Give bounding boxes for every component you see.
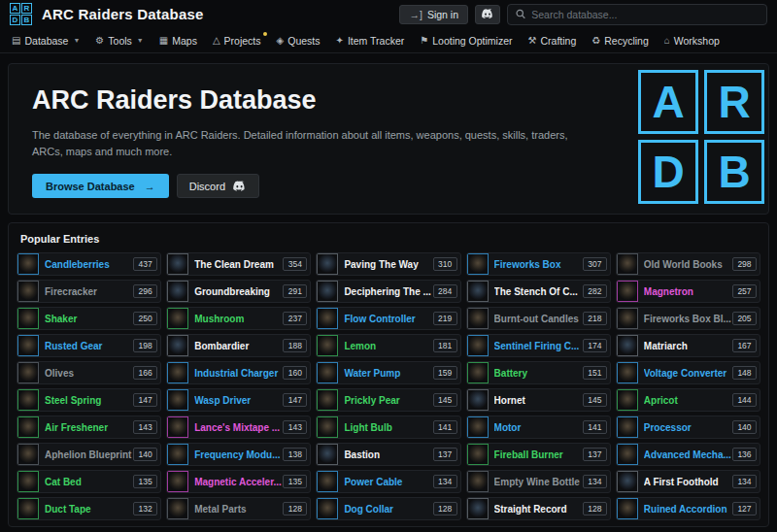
item-name: Voltage Converter — [644, 368, 732, 379]
nav-item-maps[interactable]: ▦Maps — [159, 35, 197, 47]
popular-entry-card[interactable]: Air Freshener143 — [17, 416, 161, 439]
item-count-badge: 188 — [283, 339, 307, 352]
item-count-badge: 166 — [133, 366, 157, 380]
item-count-badge: 284 — [433, 284, 457, 298]
popular-entry-card[interactable]: Magnetic Acceler...135 — [166, 470, 311, 493]
popular-entry-card[interactable]: Empty Wine Bottle134 — [466, 470, 611, 493]
item-count-badge: 136 — [732, 448, 757, 461]
popular-entry-card[interactable]: Groundbreaking291 — [166, 280, 311, 303]
item-count-badge: 437 — [133, 257, 157, 271]
item-count-badge: 134 — [732, 475, 757, 488]
popular-entry-card[interactable]: Dog Collar128 — [316, 497, 460, 520]
item-icon — [167, 308, 188, 329]
popular-entry-card[interactable]: Burnt-out Candles218 — [466, 307, 611, 330]
popular-entry-card[interactable]: Candleberries437 — [17, 252, 161, 276]
nav-item-label: Database — [24, 35, 68, 47]
popular-entry-card[interactable]: Fireball Burner137 — [466, 443, 611, 466]
popular-entry-card[interactable]: Shaker250 — [17, 307, 161, 330]
popular-entry-card[interactable]: Paving The Way310 — [316, 252, 460, 276]
popular-entry-card[interactable]: Sentinel Firing C...174 — [466, 334, 611, 357]
popular-entry-card[interactable]: Firecracker296 — [17, 280, 161, 303]
popular-entry-card[interactable]: Fireworks Box Bl...205 — [616, 307, 760, 330]
nav-item-quests[interactable]: ◈Quests — [277, 35, 321, 47]
item-count-badge: 237 — [283, 312, 307, 325]
nav-item-projects[interactable]: △Projects — [213, 35, 261, 47]
hero-description: The database of everything in ARC Raider… — [32, 127, 576, 160]
popular-entry-card[interactable]: Duct Tape132 — [17, 497, 161, 520]
popular-entry-card[interactable]: Ruined Accordion127 — [616, 497, 760, 520]
popular-entry-card[interactable]: Mushroom237 — [166, 307, 311, 330]
popular-entry-card[interactable]: Fireworks Box307 — [466, 252, 611, 276]
popular-entry-card[interactable]: Wasp Driver147 — [166, 388, 311, 412]
discord-button[interactable]: Discord — [177, 174, 259, 198]
item-icon — [617, 362, 638, 383]
nav-item-crafting[interactable]: ⚒Crafting — [528, 35, 577, 47]
site-logo[interactable]: A R D B — [10, 3, 32, 25]
popular-entry-card[interactable]: Motor141 — [466, 416, 611, 439]
popular-entry-card[interactable]: Prickly Pear145 — [316, 388, 460, 412]
popular-entry-card[interactable]: Rusted Gear198 — [17, 334, 161, 357]
popular-entry-card[interactable]: Voltage Converter148 — [616, 361, 760, 384]
popular-entry-card[interactable]: Lance's Mixtape ...143 — [166, 416, 311, 439]
popular-entry-card[interactable]: Battery151 — [466, 361, 611, 384]
item-name: Rusted Gear — [45, 341, 133, 351]
popular-entry-card[interactable]: Advanced Mecha...136 — [616, 443, 760, 466]
search-bar[interactable] — [507, 4, 767, 25]
nav-item-database[interactable]: ▤Database▼ — [12, 35, 80, 47]
popular-entry-card[interactable]: Metal Parts128 — [166, 497, 311, 520]
item-count-badge: 219 — [433, 312, 457, 325]
sign-in-button[interactable]: →] Sign in — [399, 5, 468, 24]
logo-letter: B — [21, 15, 32, 25]
popular-entry-card[interactable]: Lemon181 — [316, 334, 460, 357]
popular-entry-card[interactable]: Steel Spring147 — [17, 388, 161, 412]
login-icon: →] — [409, 9, 422, 20]
item-name: Empty Wine Bottle — [494, 477, 583, 487]
popular-entry-card[interactable]: Flow Controller219 — [316, 307, 460, 330]
item-name: Fireworks Box Bl... — [644, 314, 732, 324]
popular-entry-card[interactable]: Processor140 — [616, 416, 760, 439]
popular-entry-card[interactable]: Cat Bed135 — [17, 470, 161, 493]
popular-entry-card[interactable]: Frequency Modu...138 — [166, 443, 311, 466]
nav-item-tools[interactable]: ⚙Tools▼ — [95, 35, 143, 47]
database-icon: ▤ — [12, 35, 20, 46]
popular-entry-card[interactable]: Bombardier188 — [166, 334, 311, 357]
item-name: The Stench Of C... — [494, 286, 583, 297]
item-name: Magnetic Acceler... — [194, 477, 283, 487]
popular-entry-card[interactable]: Olives166 — [17, 361, 161, 384]
nav-item-label: Quests — [287, 35, 320, 47]
item-count-badge: 310 — [433, 257, 457, 271]
nav-item-looting-optimizer[interactable]: ⚑Looting Optimizer — [420, 35, 512, 47]
popular-entry-card[interactable]: Apricot144 — [616, 388, 760, 412]
popular-entry-card[interactable]: A First Foothold134 — [616, 470, 760, 493]
popular-entry-card[interactable]: Deciphering The ...284 — [316, 280, 460, 303]
popular-entry-card[interactable]: Light Bulb141 — [316, 416, 460, 439]
item-name: Mushroom — [194, 314, 283, 324]
popular-entry-card[interactable]: The Clean Dream354 — [166, 252, 311, 276]
popular-entry-card[interactable]: Industrial Charger160 — [166, 361, 311, 384]
popular-entry-card[interactable]: Bastion137 — [316, 443, 460, 466]
item-icon — [17, 308, 39, 329]
discord-icon — [232, 181, 247, 192]
popular-entry-card[interactable]: Power Cable134 — [316, 470, 460, 493]
popular-entry-card[interactable]: Magnetron257 — [616, 280, 760, 303]
popular-entry-card[interactable]: Old World Books298 — [616, 252, 760, 276]
popular-entry-card[interactable]: The Stench Of C...282 — [466, 280, 611, 303]
search-input[interactable] — [531, 9, 759, 20]
popular-entry-card[interactable]: Hornet145 — [466, 388, 611, 412]
item-name: Processor — [644, 422, 732, 433]
nav-item-workshop[interactable]: ⌂Workshop — [664, 35, 720, 47]
item-name: Burnt-out Candles — [494, 314, 583, 324]
item-name: Industrial Charger — [194, 368, 283, 379]
popular-entry-card[interactable]: Water Pump159 — [316, 361, 460, 384]
discord-icon-button[interactable] — [475, 5, 500, 24]
nav-item-recycling[interactable]: ♻Recycling — [591, 35, 649, 47]
quests-icon: ◈ — [277, 35, 285, 46]
popular-entry-card[interactable]: Aphelion Blueprint140 — [17, 443, 161, 466]
item-icon — [17, 389, 39, 411]
nav-item-label: Tools — [108, 35, 132, 47]
item-count-badge: 218 — [583, 312, 607, 325]
nav-item-item-tracker[interactable]: ✦Item Tracker — [336, 35, 405, 47]
popular-entry-card[interactable]: Straight Record128 — [466, 497, 611, 520]
browse-database-button[interactable]: Browse Database → — [32, 174, 169, 198]
popular-entry-card[interactable]: Matriarch167 — [616, 334, 760, 357]
